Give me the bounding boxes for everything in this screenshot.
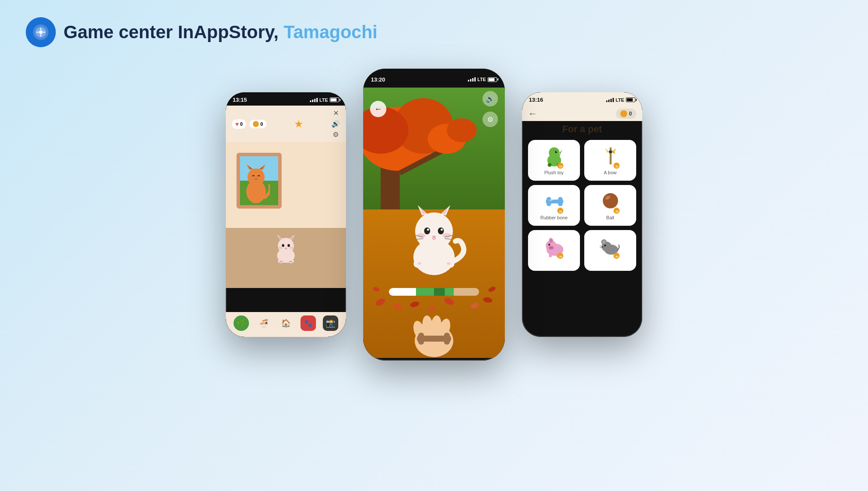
svg-point-17 <box>288 244 290 247</box>
center-battery <box>488 77 497 82</box>
svg-point-99 <box>558 202 562 206</box>
svg-rect-69 <box>422 336 446 342</box>
svg-text:30: 30 <box>559 255 562 258</box>
settings-icon[interactable]: ⚙ <box>333 130 339 139</box>
progress-bar <box>389 288 479 296</box>
phones-container: 13:15 LTE ♥ 0 <box>0 60 868 369</box>
svg-point-26 <box>291 261 292 263</box>
outdoor-scene: ← 🔊 ⚙ <box>363 88 505 358</box>
center-sound-icon[interactable]: 🔊 <box>483 91 498 106</box>
shop-back-button[interactable]: ← <box>528 108 537 119</box>
svg-point-81 <box>556 151 557 152</box>
svg-point-111 <box>551 247 552 249</box>
svg-point-82 <box>547 163 551 167</box>
left-status-icons: LTE <box>310 97 339 103</box>
svg-point-75 <box>444 339 450 345</box>
svg-point-90 <box>609 150 612 153</box>
shop-item-rubber-bone[interactable]: 30 Rubber bone <box>528 185 580 226</box>
shop-item-pig[interactable]: 30 <box>528 230 580 271</box>
logo <box>26 17 56 47</box>
hand-svg <box>406 302 462 358</box>
svg-point-4 <box>248 169 265 186</box>
nav-food-icon[interactable]: 🌿 <box>234 315 249 331</box>
coin-display: 0 <box>616 109 636 119</box>
progress-track <box>389 288 479 296</box>
room-scene <box>226 142 346 288</box>
svg-point-103 <box>603 193 618 209</box>
progress-rest <box>454 288 479 296</box>
shop-item-plush-toy[interactable]: 19 Plush toy <box>528 140 580 181</box>
close-icon[interactable]: ✕ <box>333 109 339 117</box>
center-time: 13:20 <box>371 76 385 83</box>
bottom-nav: 🌿 🍜 🏠 🐾 📸 <box>226 312 346 337</box>
ball-label: Ball <box>606 215 614 220</box>
svg-point-38 <box>470 302 480 309</box>
progress-green2 <box>445 288 454 296</box>
progress-white <box>389 288 416 296</box>
center-right-controls: 🔊 ⚙ <box>483 91 498 127</box>
progress-dark-green <box>434 288 445 296</box>
svg-point-11 <box>278 238 294 254</box>
shop-item-ball[interactable]: 30 Ball <box>584 185 636 226</box>
dynamic-island <box>403 74 450 85</box>
center-cat-svg <box>400 199 468 276</box>
svg-point-123 <box>604 245 606 246</box>
coin-amount: 0 <box>629 111 632 117</box>
svg-point-72 <box>418 333 424 339</box>
svg-point-39 <box>483 297 493 303</box>
center-back-button[interactable]: ← <box>370 101 386 117</box>
shop-item-mouse[interactable]: 30 <box>584 230 636 271</box>
ball-icon: 30 <box>598 189 623 214</box>
shop-grid: 19 Plush toy <box>522 140 642 271</box>
window-frame <box>237 153 282 209</box>
left-signal <box>310 98 318 102</box>
center-status-icons: LTE <box>468 77 497 82</box>
center-settings-icon[interactable]: ⚙ <box>483 112 498 127</box>
svg-point-23 <box>279 261 281 263</box>
nav-pet-icon[interactable]: 🐾 <box>300 315 316 331</box>
right-time: 13:16 <box>529 97 543 103</box>
svg-point-9 <box>255 178 257 180</box>
coin-icon-left <box>253 121 259 127</box>
center-top-controls: ← 🔊 ⚙ <box>363 91 505 127</box>
svg-point-44 <box>415 212 453 250</box>
svg-text:30: 30 <box>615 255 618 258</box>
center-phone: 13:20 LTE <box>363 69 505 361</box>
svg-point-74 <box>418 339 424 345</box>
center-phone-screen: 13:20 LTE <box>363 69 505 361</box>
heart-badge: ♥ 0 <box>232 119 246 129</box>
svg-point-2 <box>39 30 42 34</box>
shop-item-bow[interactable]: 30 A bow <box>584 140 636 181</box>
svg-point-18 <box>278 247 282 249</box>
svg-rect-86 <box>610 147 611 164</box>
svg-point-51 <box>427 229 429 231</box>
svg-point-63 <box>447 262 450 265</box>
svg-point-21 <box>278 259 284 263</box>
svg-point-50 <box>438 227 444 234</box>
svg-point-77 <box>549 147 559 158</box>
nav-bowl-icon[interactable]: 🍜 <box>256 315 271 331</box>
svg-point-110 <box>549 247 551 249</box>
svg-point-25 <box>289 261 291 263</box>
svg-point-35 <box>393 303 403 310</box>
mouse-icon: 30 <box>598 234 623 259</box>
nav-home-icon[interactable]: 🏠 <box>278 315 294 331</box>
svg-point-73 <box>444 333 450 339</box>
svg-point-42 <box>488 286 497 293</box>
svg-point-112 <box>548 244 550 246</box>
right-lte: LTE <box>616 97 624 103</box>
sound-icon[interactable]: 🔊 <box>331 120 340 128</box>
svg-marker-79 <box>559 149 562 153</box>
page-title: Game center InAppStory, Tamagochi <box>64 22 377 42</box>
svg-point-80 <box>555 151 557 153</box>
header: Game center InAppStory, Tamagochi <box>0 0 868 56</box>
svg-point-52 <box>441 229 443 231</box>
center-lte: LTE <box>477 77 486 82</box>
svg-point-34 <box>374 297 386 307</box>
food-badge: 0 <box>249 120 266 128</box>
shop-title: For a pet <box>522 121 642 140</box>
nav-camera-icon[interactable]: 📸 <box>323 315 338 331</box>
svg-text:30: 30 <box>615 210 618 213</box>
heart-count: 0 <box>240 121 243 127</box>
right-status-icons: LTE <box>606 97 635 103</box>
